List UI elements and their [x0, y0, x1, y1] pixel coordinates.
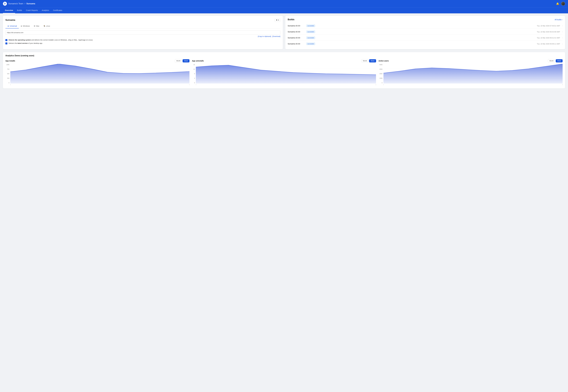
- tab-windows-label: Windows: [23, 25, 30, 27]
- all-builds-chevron: ›: [562, 19, 563, 21]
- url-field[interactable]: [5, 30, 280, 35]
- chart-header-users: Active users Month Week: [379, 59, 563, 62]
- tab-linux[interactable]: 🐧 Linux: [41, 24, 52, 28]
- build-row[interactable]: Sunsama v0.9.8 succeeded Tue, 10 Mar 202…: [288, 35, 563, 41]
- charts-row: App installs Month Week 1000 750 500 250…: [5, 59, 563, 86]
- y-label: 0: [192, 82, 195, 84]
- top-bar-right: 🔔: [556, 2, 565, 6]
- chart-toggle-uninstalls: Month Week: [361, 59, 376, 62]
- top-bar: D Sunsama's Team > Sunsama 🔔: [0, 0, 568, 7]
- build-date: Tue, 10 Mar 2020 06:31:41 GMT: [537, 37, 560, 39]
- y-label: 0: [5, 82, 9, 84]
- builds-header: Builds All builds ›: [288, 18, 563, 21]
- top-bar-left: D Sunsama's Team > Sunsama: [3, 2, 35, 6]
- y-label: 16: [192, 64, 195, 65]
- toggle-week-users[interactable]: Week: [556, 59, 563, 62]
- nav-overview[interactable]: Overview: [3, 7, 15, 13]
- check-icon-2: ✓: [5, 42, 7, 44]
- check-icon-1: ✓: [5, 39, 7, 41]
- nav-certificates[interactable]: Certificates: [51, 7, 64, 13]
- settings-chevron: ▾: [278, 19, 279, 21]
- avatar[interactable]: [561, 2, 565, 6]
- y-label: 500: [5, 73, 9, 74]
- feature-detect-os: ✓ Detects the operating system and deliv…: [5, 39, 280, 41]
- toggle-month-uninstalls[interactable]: Month: [361, 59, 369, 62]
- nav-builds[interactable]: Builds: [15, 7, 24, 13]
- build-status-badge: succeeded: [306, 25, 315, 27]
- universal-icon: 🖥: [7, 25, 9, 27]
- download-link[interactable]: [Download]: [272, 35, 280, 37]
- tab-linux-label: Linux: [46, 25, 50, 27]
- tab-universal[interactable]: 🖥 Universal: [5, 24, 19, 28]
- copy-to-clipboard-link[interactable]: [Copy to clipboard]: [258, 35, 271, 37]
- nav-crash-reports[interactable]: Crash Reports: [24, 7, 40, 13]
- chart-app-installs: App installs Month Week 1000 750 500 250…: [5, 59, 189, 86]
- toggle-month-users[interactable]: Month: [548, 59, 555, 62]
- sunsama-card-title: Sunsama ⚙ ▾: [5, 18, 280, 22]
- breadcrumb-separator: >: [24, 2, 25, 5]
- chart-header-installs: App installs Month Week: [5, 59, 189, 62]
- main-content: Sunsama ⚙ ▾ 🖥 Universal ⊞ Windows ⌘ Mac: [0, 13, 568, 91]
- row-chevron: ›: [562, 37, 563, 39]
- chart-toggle-installs: Month Week: [175, 59, 190, 62]
- gear-icon: ⚙: [276, 19, 277, 21]
- settings-button[interactable]: ⚙ ▾: [275, 18, 280, 22]
- row-chevron: ›: [562, 31, 563, 33]
- build-date: Tue, 10 Mar 2020 05:09:11 GMT: [537, 43, 560, 45]
- linux-icon: 🐧: [43, 25, 45, 27]
- tab-mac-label: Mac: [36, 25, 39, 27]
- analytics-section: Analytics Demo (coming soon) App install…: [3, 52, 565, 88]
- bell-icon[interactable]: 🔔: [556, 2, 559, 5]
- y-label: 1000: [5, 64, 9, 65]
- tab-universal-label: Universal: [10, 25, 17, 27]
- chart-svg-uninstalls: [196, 64, 376, 84]
- build-row[interactable]: Sunsama v0.9.9 succeeded Tue, 10 Mar 202…: [288, 23, 563, 29]
- y-label: 3000: [379, 73, 383, 74]
- build-date: Tue, 10 Mar 2020 06:42:08 GMT: [537, 31, 560, 33]
- chart-app-uninstalls: App uninstalls Month Week 16 12 8 4 0: [192, 59, 376, 86]
- all-builds-link[interactable]: All builds ›: [555, 19, 563, 21]
- feature-latest-version-text: Delivers the latest version of your desk…: [9, 42, 43, 44]
- build-name: Sunsama v0.9.9: [288, 25, 305, 27]
- build-row[interactable]: Sunsama v0.9.8 succeeded Tue, 10 Mar 202…: [288, 29, 563, 35]
- all-builds-label: All builds: [555, 19, 562, 21]
- chart-toggle-users: Month Week: [548, 59, 563, 62]
- y-label: 8: [192, 73, 195, 74]
- y-label: 750: [5, 69, 9, 70]
- builds-card: Builds All builds › Sunsama v0.9.9 succe…: [285, 16, 565, 49]
- nav-bar: Overview Builds Crash Reports Analytics …: [0, 7, 568, 13]
- build-status-badge: succeeded: [306, 42, 315, 45]
- sunsama-card-title-text: Sunsama: [5, 19, 15, 21]
- url-actions: [Copy to clipboard] [Download]: [5, 35, 280, 37]
- build-name: Sunsama v0.9.8: [288, 43, 305, 45]
- y-label: 6000: [379, 64, 383, 65]
- y-label: 1500: [379, 78, 383, 79]
- breadcrumb-app: Sunsama: [26, 2, 35, 5]
- toggle-week-uninstalls[interactable]: Week: [369, 59, 376, 62]
- build-date: Tue, 10 Mar 2020 07:45:01 GMT: [537, 25, 560, 27]
- build-status-badge: succeeded: [306, 37, 315, 39]
- chart-svg-installs: [10, 64, 189, 84]
- build-status-badge: succeeded: [306, 30, 315, 33]
- chart-title-installs: App installs: [5, 60, 15, 62]
- row-chevron: ›: [562, 25, 563, 27]
- analytics-title: Analytics Demo (coming soon): [5, 55, 563, 57]
- chart-active-users: Active users Month Week 6000 4500 3000 1…: [379, 59, 563, 86]
- cards-row: Sunsama ⚙ ▾ 🖥 Universal ⊞ Windows ⌘ Mac: [3, 16, 565, 49]
- tab-windows[interactable]: ⊞ Windows: [19, 24, 32, 28]
- y-label: 250: [5, 78, 9, 79]
- nav-analytics[interactable]: Analytics: [40, 7, 51, 13]
- y-label: 4500: [379, 69, 383, 70]
- apple-icon: ⌘: [34, 25, 35, 27]
- toggle-week-installs[interactable]: Week: [183, 59, 189, 62]
- breadcrumb-team: Sunsama's Team: [8, 2, 23, 5]
- row-chevron: ›: [562, 43, 563, 45]
- build-row[interactable]: Sunsama v0.9.8 succeeded Tue, 10 Mar 202…: [288, 41, 563, 47]
- chart-title-users: Active users: [379, 60, 389, 62]
- feature-latest-version: ✓ Delivers the latest version of your de…: [5, 42, 280, 44]
- tab-mac[interactable]: ⌘ Mac: [32, 24, 41, 28]
- toggle-month-installs[interactable]: Month: [175, 59, 182, 62]
- windows-icon: ⊞: [21, 25, 22, 27]
- platform-tabs: 🖥 Universal ⊞ Windows ⌘ Mac 🐧 Linux: [5, 24, 280, 28]
- sunsama-card: Sunsama ⚙ ▾ 🖥 Universal ⊞ Windows ⌘ Mac: [3, 16, 283, 49]
